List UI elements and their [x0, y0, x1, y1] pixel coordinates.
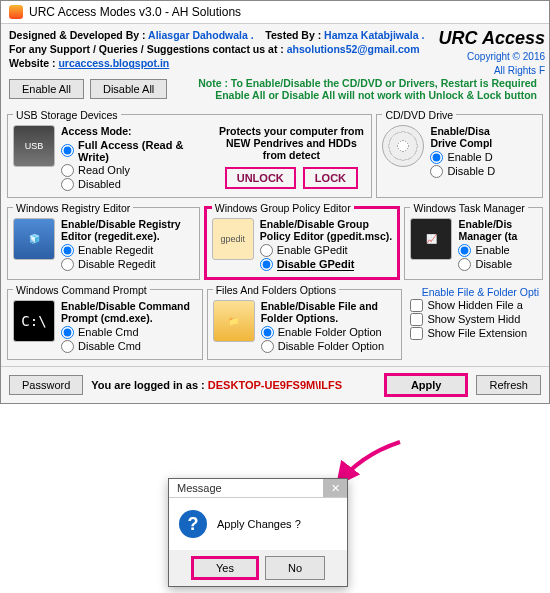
usb-legend: USB Storage Devices [13, 109, 121, 121]
cmd-opt-enable[interactable]: Enable Cmd [61, 326, 197, 339]
reg-opt-enable[interactable]: Enable Regedit [61, 244, 194, 257]
chk-file-ext[interactable]: Show File Extension [410, 327, 539, 340]
refresh-button[interactable]: Refresh [476, 375, 541, 395]
cd-opt-enable[interactable]: Enable D [430, 151, 537, 164]
dialog-title: Message [177, 482, 222, 494]
apply-button[interactable]: Apply [384, 373, 469, 397]
dialog-titlebar: Message ✕ [169, 479, 347, 498]
ff-legend: Files And Folders Options [213, 284, 339, 296]
cd-opt-disable[interactable]: Disable D [430, 165, 537, 178]
usb-mode-label: Access Mode: [61, 125, 210, 137]
usb-icon: USB [13, 125, 55, 167]
cd-desc: Enable/Disa Drive Compl [430, 125, 537, 149]
tm-icon: 📈 [410, 218, 452, 260]
dialog-text: Apply Changes ? [217, 518, 301, 530]
brand-copyright: Copyright © 2016 [439, 50, 545, 64]
app-icon [9, 5, 23, 19]
protect-desc: Protects your computer from NEW Pendrive… [216, 125, 366, 161]
tm-desc: Enable/Dis Manager (ta [458, 218, 537, 242]
brand-block: URC Access Copyright © 2016 All Rights F [439, 26, 545, 77]
lock-button[interactable]: LOCK [303, 167, 358, 189]
gp-opt-enable[interactable]: Enable GPedit [260, 244, 393, 257]
tm-panel: Windows Task Manager 📈 Enable/Dis Manage… [404, 202, 543, 280]
cd-legend: CD/DVD Drive [382, 109, 456, 121]
no-button[interactable]: No [265, 556, 325, 580]
cmd-panel: Windows Command Prompt C:\ Enable/Disabl… [7, 284, 203, 360]
tm-opt-enable[interactable]: Enable [458, 244, 537, 257]
usb-opt-ro[interactable]: Read Only [61, 164, 210, 177]
unlock-button[interactable]: UNLOCK [225, 167, 296, 189]
website-link[interactable]: urcaccess.blogspot.in [58, 57, 169, 69]
gp-desc: Enable/Disable Group Policy Editor (gped… [260, 218, 393, 242]
cmd-opt-disable[interactable]: Disable Cmd [61, 340, 197, 353]
folder-icon: 📁 [213, 300, 255, 342]
reg-opt-disable[interactable]: Disable Regedit [61, 258, 194, 271]
ff-opt-disable[interactable]: Disable Folder Option [261, 340, 397, 353]
cmd-legend: Windows Command Prompt [13, 284, 150, 296]
status-bar: Password You are logged in as : DESKTOP-… [1, 366, 549, 403]
tm-opt-disable[interactable]: Disable [458, 258, 537, 271]
ff-desc: Enable/Disable File and Folder Options. [261, 300, 397, 324]
test-label: Tested By : [265, 29, 324, 41]
header-info: Designed & Developed By : Aliasgar Dahod… [1, 24, 549, 73]
login-user: DESKTOP-UE9FS9M\ILFS [208, 379, 342, 391]
main-window: URC Access Modes v3.0 - AH Solutions Des… [0, 0, 550, 404]
dev-name: Aliasgar Dahodwala . [148, 29, 254, 41]
usb-opt-disabled[interactable]: Disabled [61, 178, 210, 191]
dev-label: Designed & Developed By : [9, 29, 148, 41]
gp-legend: Windows Group Policy Editor [212, 202, 354, 214]
tm-legend: Windows Task Manager [410, 202, 527, 214]
usb-panel: USB Storage Devices USB Access Mode: Ful… [7, 109, 372, 198]
usb-opt-full[interactable]: Full Access (Read & Write) [61, 139, 210, 163]
reg-panel: Windows Registry Editor 🧊 Enable/Disable… [7, 202, 200, 280]
test-name: Hamza Katabjiwala . [324, 29, 424, 41]
cmd-icon: C:\ [13, 300, 55, 342]
support-email[interactable]: ahsolutions52@gmail.com [287, 43, 420, 55]
reg-desc: Enable/Disable Registry Editor (regedit.… [61, 218, 194, 242]
gp-panel: Windows Group Policy Editor gpedit Enabl… [204, 202, 401, 280]
chk-system-hidden[interactable]: Show System Hidd [410, 313, 539, 326]
password-button[interactable]: Password [9, 375, 83, 395]
login-label: You are logged in as : [91, 379, 208, 391]
cmd-desc: Enable/Disable Command Prompt (cmd.exe). [61, 300, 197, 324]
support-label: For any Support / Queries / Suggestions … [9, 43, 287, 55]
cd-icon [382, 125, 424, 167]
titlebar: URC Access Modes v3.0 - AH Solutions [1, 1, 549, 24]
ff-panel: Files And Folders Options 📁 Enable/Disab… [207, 284, 403, 360]
reg-legend: Windows Registry Editor [13, 202, 133, 214]
close-icon[interactable]: ✕ [323, 479, 347, 497]
ff-options-link[interactable]: Enable File & Folder Opti [410, 286, 539, 298]
brand-rights: All Rights F [439, 64, 545, 78]
website-label: Website : [9, 57, 58, 69]
note-line2: Enable All or Disable All will not work … [198, 89, 541, 101]
yes-button[interactable]: Yes [191, 556, 259, 580]
ff-opt-enable[interactable]: Enable Folder Option [261, 326, 397, 339]
window-title: URC Access Modes v3.0 - AH Solutions [29, 5, 241, 19]
enable-all-button[interactable]: Enable All [9, 79, 84, 99]
confirm-dialog: Message ✕ ? Apply Changes ? Yes No [168, 478, 348, 587]
note-line1: Note : To Enable/Disable the CD/DVD or D… [198, 77, 541, 89]
chk-hidden-files[interactable]: Show Hidden File a [410, 299, 539, 312]
gp-opt-disable[interactable]: Disable GPedit [260, 258, 393, 271]
brand-name: URC Access [439, 26, 545, 50]
cd-panel: CD/DVD Drive Enable/Disa Drive Compl Ena… [376, 109, 543, 198]
disable-all-button[interactable]: Disable All [90, 79, 167, 99]
reg-icon: 🧊 [13, 218, 55, 260]
gp-icon: gpedit [212, 218, 254, 260]
question-icon: ? [179, 510, 207, 538]
